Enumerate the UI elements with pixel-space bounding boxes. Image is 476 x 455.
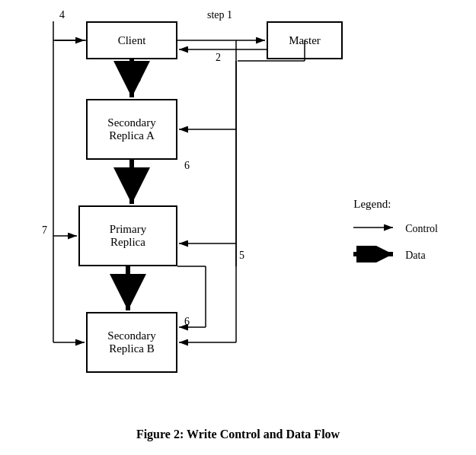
step6a-label: 6 [184,160,190,172]
step1-label: step 1 [207,9,232,21]
control-arrow-svg [353,220,399,235]
step6b-label: 6 [184,316,190,328]
legend: Legend: Control [353,198,438,273]
data-arrow-container [353,246,399,266]
diagram: Client Master Secondary Replica A Primar… [0,0,476,455]
control-label: Control [405,223,438,235]
legend-data: Data [353,246,438,266]
secondary-a-box: Secondary Replica A [86,99,177,160]
master-box: Master [267,21,343,59]
client-label: Client [118,34,146,47]
step5-label: 5 [239,250,244,262]
secondary-a-label: Secondary Replica A [107,116,155,142]
legend-title: Legend: [353,198,438,211]
master-label: Master [289,34,321,47]
data-arrow-svg [353,246,399,262]
secondary-b-box: Secondary Replica B [86,312,177,373]
control-arrow-container [353,220,399,238]
figure-caption: Figure 2: Write Control and Data Flow [0,428,476,441]
step2-label: 2 [216,52,221,64]
step3-label: 3 [136,73,141,85]
step7-label: 7 [42,224,47,237]
primary-box: Primary Replica [78,205,177,266]
secondary-b-label: Secondary Replica B [107,329,155,355]
client-box: Client [86,21,177,59]
step4-label: 4 [59,9,65,21]
primary-label: Primary Replica [110,223,146,249]
data-label: Data [405,250,425,262]
legend-control: Control [353,220,438,238]
